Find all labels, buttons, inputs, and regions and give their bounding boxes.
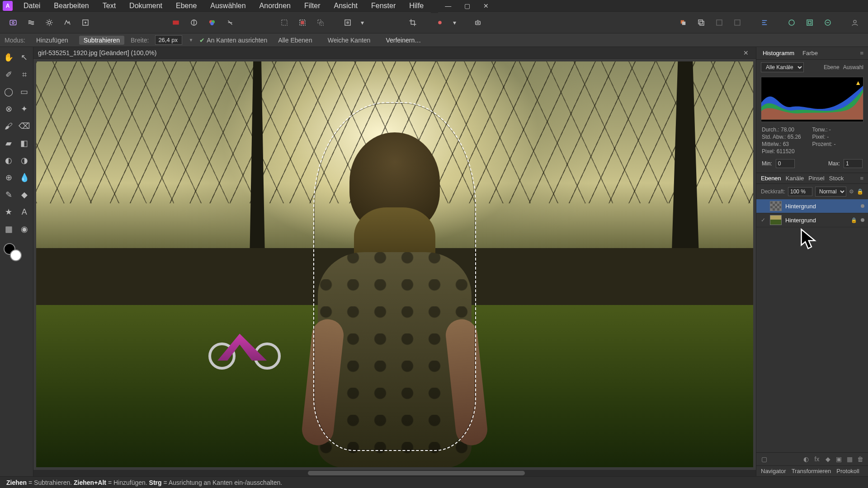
menu-view[interactable]: Ansicht — [328, 0, 364, 11]
ctx-snap-edges[interactable]: ✔An Kanten ausrichten — [199, 37, 267, 44]
tool-burn-icon[interactable]: ◑ — [18, 153, 32, 168]
menu-edit[interactable]: Bearbeiten — [47, 0, 95, 11]
ctx-mode-add[interactable]: Hinzufügen — [32, 36, 73, 45]
hist-min-input[interactable] — [776, 159, 795, 168]
tab-color[interactable]: Farbe — [801, 49, 820, 57]
ctx-soft-edges[interactable]: Weiche Kanten — [323, 36, 375, 45]
hist-selection-button[interactable]: Auswahl — [843, 64, 863, 70]
toolbar-dim2-icon[interactable] — [730, 15, 745, 30]
tab-stock[interactable]: Stock — [829, 175, 844, 182]
toolbar-duplicate-icon[interactable] — [693, 15, 709, 30]
toolbar-autocolor-icon[interactable] — [204, 15, 220, 30]
lock-icon[interactable]: 🔒 — [851, 217, 857, 223]
toolbar-cloud-icon[interactable] — [820, 15, 835, 30]
toolbar-quickmask-icon[interactable] — [340, 15, 355, 30]
toolbar-crop-icon[interactable] — [405, 15, 420, 30]
delete-icon[interactable]: 🗑 — [856, 455, 864, 463]
menu-document[interactable]: Dokument — [123, 0, 169, 11]
hist-max-input[interactable] — [844, 159, 863, 168]
ctx-all-layers[interactable]: Alle Ebenen — [274, 36, 317, 45]
blendmode-select[interactable]: Normal — [815, 187, 846, 197]
tool-text-icon[interactable]: A — [18, 204, 32, 220]
persona-liquify-icon[interactable] — [24, 15, 39, 30]
toolbar-resources-icon[interactable] — [802, 15, 817, 30]
window-minimize-icon[interactable]: — — [439, 0, 457, 13]
persona-export-icon[interactable] — [78, 15, 93, 30]
toolbar-chevron-down-icon-2[interactable]: ▾ — [450, 15, 458, 30]
panel-menu-icon[interactable]: ≡ — [860, 50, 863, 56]
adjustment-icon[interactable]: ◐ — [802, 455, 810, 463]
ctx-width-input[interactable] — [155, 35, 182, 45]
canvas[interactable] — [36, 61, 753, 467]
tool-grid-icon[interactable]: ▦ — [2, 221, 16, 237]
tab-histogram[interactable]: Histogramm — [761, 49, 796, 57]
color-swatch[interactable] — [2, 241, 31, 264]
tool-hand-icon[interactable]: ✋ — [2, 50, 16, 65]
ctx-mode-subtract[interactable]: Subtrahieren — [79, 36, 124, 45]
tab-channels[interactable]: Kanäle — [786, 175, 804, 182]
toolbar-selection-sub-icon[interactable] — [313, 15, 328, 30]
tool-dodge-icon[interactable]: ◐ — [2, 153, 16, 168]
tool-selectionbrush-icon[interactable]: ◯ — [2, 84, 16, 99]
tool-fill-icon[interactable]: ▰ — [2, 136, 16, 151]
menu-help[interactable]: Hilfe — [403, 0, 430, 11]
tool-shape-icon[interactable]: ★ — [2, 204, 16, 220]
menu-select[interactable]: Auswählen — [204, 0, 252, 11]
window-close-icon[interactable]: ✕ — [477, 0, 495, 13]
tool-colorpicker-icon[interactable]: ✐ — [2, 67, 16, 82]
toolbar-chevron-down-icon[interactable]: ▾ — [358, 15, 366, 30]
document-tab[interactable]: girl-535251_1920.jpg [Geändert] (100,0%)… — [33, 47, 756, 59]
lock-icon[interactable]: 🔒 — [857, 188, 863, 195]
menu-arrange[interactable]: Anordnen — [253, 0, 297, 11]
tool-crop-icon[interactable]: ⌗ — [18, 67, 32, 82]
tool-view-icon[interactable]: ◉ — [18, 221, 32, 237]
opacity-input[interactable] — [788, 187, 812, 196]
window-maximize-icon[interactable]: ▢ — [458, 0, 476, 13]
tool-pen-icon[interactable]: ✎ — [2, 187, 16, 202]
toolbar-selection-new-icon[interactable] — [277, 15, 292, 30]
tool-move-icon[interactable]: ↖ — [18, 50, 32, 65]
menu-layer[interactable]: Ebene — [170, 0, 203, 11]
toolbar-lighting-icon[interactable] — [432, 15, 448, 30]
close-tab-icon[interactable]: ✕ — [741, 49, 751, 56]
tool-node-icon[interactable]: ◆ — [18, 187, 32, 202]
toolbar-stock-icon[interactable] — [784, 15, 799, 30]
tab-navigator[interactable]: Navigator — [761, 468, 786, 474]
livefilter-icon[interactable]: ◆ — [824, 455, 832, 463]
toolbar-autolevels-icon[interactable] — [186, 15, 202, 30]
horizontal-scrollbar[interactable] — [33, 470, 756, 476]
histogram-channel-select[interactable]: Alle Kanäle — [761, 62, 804, 72]
fx-icon[interactable]: fx — [813, 455, 821, 463]
tab-history[interactable]: Protokoll — [836, 468, 859, 474]
persona-photo-icon[interactable] — [5, 15, 21, 30]
tool-marquee-icon[interactable]: ▭ — [18, 84, 32, 99]
group-icon[interactable]: ▣ — [835, 455, 843, 463]
hist-layer-button[interactable]: Ebene — [824, 64, 840, 70]
ctx-refine[interactable]: Verfeinern… — [381, 36, 425, 45]
toolbar-selection-add-icon[interactable] — [295, 15, 310, 30]
visibility-icon[interactable]: ✓ — [760, 217, 766, 223]
layer-name[interactable]: Hintergrund — [785, 203, 857, 210]
tool-blur-icon[interactable]: 💧 — [18, 170, 32, 185]
tool-magicwand-icon[interactable]: ✦ — [18, 101, 32, 117]
tab-transform[interactable]: Transformieren — [792, 468, 831, 474]
tool-clone-icon[interactable]: ⊕ — [2, 170, 16, 185]
toolbar-assistant-icon[interactable] — [470, 15, 486, 30]
menu-window[interactable]: Fenster — [365, 0, 402, 11]
tab-layers[interactable]: Ebenen — [761, 175, 781, 182]
layer-item[interactable]: Hintergrund — [756, 199, 868, 213]
mask-icon[interactable]: ▢ — [760, 455, 768, 463]
layer-item[interactable]: ✓ Hintergrund 🔒 — [756, 213, 868, 227]
tab-brushes[interactable]: Pinsel — [808, 175, 824, 182]
layer-name[interactable]: Hintergrund — [785, 217, 847, 224]
toolbar-autocontrast-icon[interactable] — [222, 15, 238, 30]
toolbar-addlayer-icon[interactable] — [675, 15, 691, 30]
tool-erase-icon[interactable]: ⌫ — [18, 118, 32, 134]
toolbar-rgb-icon[interactable] — [168, 15, 184, 30]
background-color-icon[interactable] — [10, 249, 22, 261]
gear-icon[interactable]: ⚙ — [849, 188, 854, 195]
menu-file[interactable]: Datei — [17, 0, 47, 11]
chevron-down-icon[interactable]: ▼ — [189, 38, 193, 42]
tool-lasso-icon[interactable]: ⊗ — [2, 101, 16, 117]
toolbar-account-icon[interactable] — [847, 15, 863, 30]
